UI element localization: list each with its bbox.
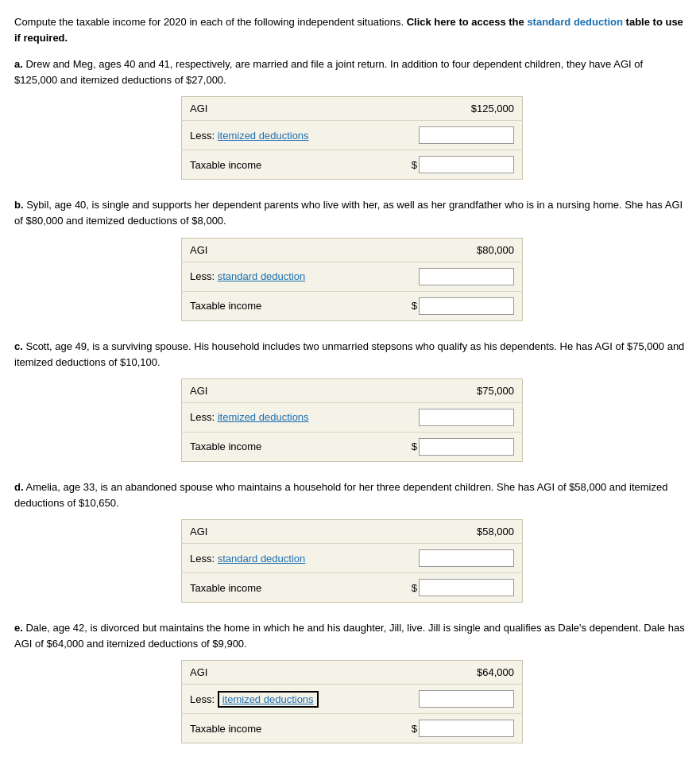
table-wrap-b: AGI$80,000Less: standard deductionTaxabl… [181, 238, 523, 321]
section-label-a: a. [14, 58, 23, 70]
less-label-a: Less: itemized deductions [182, 121, 369, 150]
less-label-c: Less: itemized deductions [182, 402, 369, 432]
section-a-text: a. Drew and Meg, ages 40 and 41, respect… [14, 56, 686, 88]
table-wrap-c: AGI$75,000Less: itemized deductionsTaxab… [181, 378, 523, 462]
taxable-label-a: Taxable income [182, 150, 369, 180]
taxable-row-e: Taxable income$ [182, 714, 523, 743]
less-row-d: Less: standard deduction [182, 544, 523, 573]
agi-label-b: AGI [182, 238, 369, 262]
table-wrap-e: AGI$64,000Less: itemized deductionsTaxab… [181, 660, 523, 743]
less-input-d[interactable] [419, 549, 514, 567]
calc-table-e: AGI$64,000Less: itemized deductionsTaxab… [181, 660, 523, 743]
dollar-sign-c: $ [412, 440, 417, 452]
agi-row-b: AGI$80,000 [182, 238, 523, 262]
section-b-text: b. Sybil, age 40, is single and supports… [14, 197, 686, 229]
section-a: a. Drew and Meg, ages 40 and 41, respect… [14, 56, 686, 180]
taxable-dollar-wrap-d: $ [377, 579, 514, 596]
less-input-c[interactable] [419, 409, 514, 426]
calc-table-b: AGI$80,000Less: standard deductionTaxabl… [181, 238, 523, 321]
taxable-label-c: Taxable income [182, 432, 369, 461]
less-label-e: Less: itemized deductions [182, 685, 369, 714]
less-input-cell-e [369, 685, 522, 714]
taxable-row-b: Taxable income$ [182, 291, 523, 320]
taxable-dollar-wrap-e: $ [377, 720, 514, 737]
less-type-link-b[interactable]: standard deduction [218, 270, 306, 282]
section-d: d. Amelia, age 33, is an abandoned spous… [14, 479, 686, 603]
less-input-e[interactable] [419, 690, 514, 708]
taxable-input-a[interactable] [419, 156, 514, 173]
less-input-b[interactable] [419, 268, 514, 285]
less-input-cell-d [369, 544, 522, 573]
intro-text: Compute the taxable income for 2020 in e… [14, 14, 686, 45]
agi-value-a: $125,000 [369, 97, 522, 121]
less-input-cell-a [369, 121, 522, 150]
less-text-a: Less: [190, 130, 218, 142]
calc-table-a: AGI$125,000Less: itemized deductionsTaxa… [181, 96, 523, 180]
dollar-sign-d: $ [412, 582, 417, 594]
less-text-c: Less: [190, 411, 218, 423]
agi-row-d: AGI$58,000 [182, 520, 523, 544]
less-type-link-d[interactable]: standard deduction [218, 553, 306, 565]
taxable-dollar-wrap-a: $ [377, 156, 514, 173]
less-type-link-a[interactable]: itemized deductions [218, 130, 309, 142]
section-label-d: d. [14, 481, 24, 493]
agi-row-c: AGI$75,000 [182, 378, 523, 402]
section-b: b. Sybil, age 40, is single and supports… [14, 197, 686, 320]
taxable-label-d: Taxable income [182, 573, 369, 603]
standard-deduction-link[interactable]: standard deduction [527, 16, 623, 28]
taxable-input-d[interactable] [419, 579, 514, 596]
less-row-b: Less: standard deduction [182, 262, 523, 291]
agi-label-a: AGI [182, 97, 369, 121]
taxable-input-cell-d: $ [369, 573, 522, 603]
agi-row-e: AGI$64,000 [182, 661, 523, 685]
taxable-input-cell-a: $ [369, 150, 522, 180]
taxable-input-e[interactable] [419, 720, 514, 737]
less-type-boxed-e: itemized deductions [218, 691, 319, 708]
section-label-e: e. [14, 622, 23, 634]
taxable-input-cell-b: $ [369, 291, 522, 320]
agi-label-c: AGI [182, 378, 369, 402]
section-e-text: e. Dale, age 42, is divorced but maintai… [14, 620, 686, 652]
taxable-input-c[interactable] [419, 438, 514, 456]
less-row-c: Less: itemized deductions [182, 402, 523, 432]
agi-label-d: AGI [182, 520, 369, 544]
taxable-label-b: Taxable income [182, 291, 369, 320]
taxable-row-d: Taxable income$ [182, 573, 523, 603]
dollar-sign-a: $ [412, 159, 417, 171]
section-d-text: d. Amelia, age 33, is an abandoned spous… [14, 479, 686, 511]
taxable-label-e: Taxable income [182, 714, 369, 743]
agi-value-d: $58,000 [369, 520, 522, 544]
taxable-row-c: Taxable income$ [182, 432, 523, 461]
agi-value-b: $80,000 [369, 238, 522, 262]
less-label-d: Less: standard deduction [182, 544, 369, 573]
less-type-link-c[interactable]: itemized deductions [218, 411, 309, 423]
dollar-sign-e: $ [412, 723, 417, 735]
less-text-b: Less: [190, 270, 218, 282]
less-text-e: Less: [190, 693, 218, 705]
section-e: e. Dale, age 42, is divorced but maintai… [14, 620, 686, 743]
less-input-cell-b [369, 262, 522, 291]
taxable-input-cell-e: $ [369, 714, 522, 743]
taxable-row-a: Taxable income$ [182, 150, 523, 180]
calc-table-d: AGI$58,000Less: standard deductionTaxabl… [181, 519, 523, 603]
less-row-e: Less: itemized deductions [182, 685, 523, 714]
section-c-text: c. Scott, age 49, is a surviving spouse.… [14, 339, 686, 371]
taxable-dollar-wrap-b: $ [377, 297, 514, 315]
taxable-input-cell-c: $ [369, 432, 522, 461]
section-label-b: b. [14, 199, 24, 211]
agi-value-c: $75,000 [369, 378, 522, 402]
table-wrap-a: AGI$125,000Less: itemized deductionsTaxa… [181, 96, 523, 180]
calc-table-c: AGI$75,000Less: itemized deductionsTaxab… [181, 378, 523, 462]
agi-label-e: AGI [182, 661, 369, 685]
less-label-b: Less: standard deduction [182, 262, 369, 291]
table-wrap-d: AGI$58,000Less: standard deductionTaxabl… [181, 519, 523, 603]
less-row-a: Less: itemized deductions [182, 121, 523, 150]
dollar-sign-b: $ [412, 300, 417, 312]
section-c: c. Scott, age 49, is a surviving spouse.… [14, 339, 686, 462]
agi-row-a: AGI$125,000 [182, 97, 523, 121]
section-label-c: c. [14, 340, 23, 352]
taxable-dollar-wrap-c: $ [377, 438, 514, 456]
less-input-a[interactable] [419, 126, 514, 144]
taxable-input-b[interactable] [419, 297, 514, 315]
agi-value-e: $64,000 [369, 661, 522, 685]
